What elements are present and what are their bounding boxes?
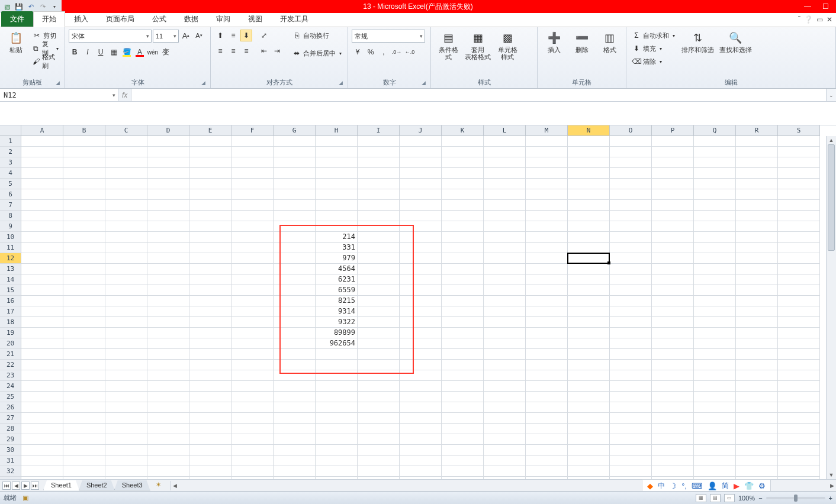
row-header-22[interactable]: 22 [0,360,21,370]
align-center-icon[interactable]: ≡ [227,45,239,57]
row-header-1[interactable]: 1 [0,136,21,147]
zoom-slider[interactable] [766,497,825,499]
col-header-D[interactable]: D [147,125,189,136]
merge-center-button[interactable]: ⬌合并后居中▾ [290,47,344,59]
col-header-G[interactable]: G [274,125,316,136]
row-header-4[interactable]: 4 [0,168,21,179]
percent-icon[interactable]: % [365,46,377,58]
col-header-P[interactable]: P [652,125,694,136]
italic-icon[interactable]: I [82,46,94,58]
tab-data[interactable]: 数据 [175,11,207,27]
cond-format-button[interactable]: ▤条件格式 [435,30,462,62]
help-icon[interactable]: ❔ [804,15,813,24]
scroll-left-icon[interactable]: ◀ [171,482,179,490]
border-icon[interactable]: ▦ [108,46,120,58]
col-header-O[interactable]: O [610,125,652,136]
qat-customize-icon[interactable]: ▾ [50,2,59,11]
vscroll-thumb[interactable] [828,144,835,251]
col-header-J[interactable]: J [400,125,442,136]
cell-H13[interactable]: 4564 [316,264,358,274]
row-header-15[interactable]: 15 [0,285,21,296]
row-header-19[interactable]: 19 [0,328,21,338]
row-header-28[interactable]: 28 [0,424,21,434]
sheet-nav-next-icon[interactable]: ▶ [21,482,30,490]
cells-area[interactable]: 2143319794564623165598215931493228989996… [21,136,820,479]
sheet-tab-sheet1[interactable]: Sheet1 [43,480,79,490]
comma-icon[interactable]: , [378,46,390,58]
view-layout-icon[interactable]: ▤ [710,494,721,502]
col-header-E[interactable]: E [189,125,231,136]
row-header-8[interactable]: 8 [0,211,21,221]
align-launcher-icon[interactable]: ◢ [339,80,343,86]
col-header-S[interactable]: S [778,125,820,136]
row-header-20[interactable]: 20 [0,338,21,349]
col-header-R[interactable]: R [736,125,778,136]
row-header-13[interactable]: 13 [0,264,21,274]
phonetic-icon[interactable]: wén [147,46,159,58]
fill-color-icon[interactable]: 🪣 [121,46,133,58]
number-format-select[interactable]: 常规 [352,30,425,43]
cell-H11[interactable]: 331 [316,243,358,253]
autosum-button[interactable]: Σ自动求和▾ [630,30,677,41]
tray-moon-icon[interactable]: ☽ [670,482,677,490]
undo-icon[interactable]: ↶ [26,2,36,11]
orientation-icon[interactable]: ⤢ [258,30,270,41]
cell-H16[interactable]: 8215 [316,296,358,306]
tray-punct-icon[interactable]: °, [681,482,687,490]
vertical-scrollbar[interactable]: ▲ ▼ [826,136,836,479]
row-header-18[interactable]: 18 [0,317,21,328]
formula-expand-icon[interactable]: ⌄ [826,89,836,101]
col-header-A[interactable]: A [21,125,63,136]
row-header-27[interactable]: 27 [0,413,21,424]
underline-icon[interactable]: U [95,46,107,58]
row-header-7[interactable]: 7 [0,200,21,211]
tab-insert[interactable]: 插入 [65,11,97,27]
font-color-icon[interactable]: A [134,46,146,58]
col-header-H[interactable]: H [316,125,358,136]
tray-simp[interactable]: 简 [722,481,729,491]
row-header-23[interactable]: 23 [0,370,21,381]
tray-keyboard-icon[interactable]: ⌨ [692,482,703,490]
dec-inc-icon[interactable]: .0→ [391,46,403,58]
name-box[interactable]: N12 [0,89,118,101]
view-pagebreak-icon[interactable]: ▭ [724,494,735,502]
cell-H15[interactable]: 6559 [316,285,358,296]
number-launcher-icon[interactable]: ◢ [422,80,426,86]
wrap-text-button[interactable]: ⎘自动换行 [290,30,344,41]
insert-cells-button[interactable]: ➕插入 [541,30,567,54]
macro-record-icon[interactable]: ▣ [22,494,28,502]
sort-filter-button[interactable]: ⇅排序和筛选 [680,30,715,54]
row-header-17[interactable]: 17 [0,306,21,317]
row-header-10[interactable]: 10 [0,232,21,243]
sheet-nav-prev-icon[interactable]: ◀ [12,482,20,490]
col-header-M[interactable]: M [526,125,568,136]
grow-font-icon[interactable]: A▴ [180,30,192,41]
col-header-Q[interactable]: Q [694,125,736,136]
row-header-26[interactable]: 26 [0,402,21,413]
indent-inc-icon[interactable]: ⇥ [271,45,283,57]
font-name-select[interactable]: 宋体 [69,30,152,43]
col-header-L[interactable]: L [484,125,526,136]
cell-H18[interactable]: 9322 [316,317,358,328]
col-header-K[interactable]: K [442,125,484,136]
align-bottom-icon[interactable]: ⬇ [240,30,252,41]
col-header-I[interactable]: I [358,125,400,136]
new-sheet-icon[interactable]: ✶ [153,481,165,490]
table-format-button[interactable]: ▦套用 表格格式 [464,30,491,62]
tab-file[interactable]: 文件 [1,11,33,27]
clipboard-launcher-icon[interactable]: ◢ [56,80,60,86]
row-header-3[interactable]: 3 [0,157,21,168]
scroll-down-icon[interactable]: ▼ [827,471,836,479]
col-header-B[interactable]: B [63,125,105,136]
sheet-tab-sheet2[interactable]: Sheet2 [79,480,115,490]
row-header-30[interactable]: 30 [0,445,21,455]
scroll-up-icon[interactable]: ▲ [827,136,836,144]
row-header-21[interactable]: 21 [0,349,21,360]
tab-layout[interactable]: 页面布局 [97,11,143,27]
row-header-6[interactable]: 6 [0,189,21,200]
row-header-14[interactable]: 14 [0,274,21,285]
col-header-C[interactable]: C [105,125,147,136]
row-header-5[interactable]: 5 [0,179,21,189]
align-middle-icon[interactable]: ≡ [227,30,239,41]
tray-user-icon[interactable]: 👤 [708,482,717,490]
